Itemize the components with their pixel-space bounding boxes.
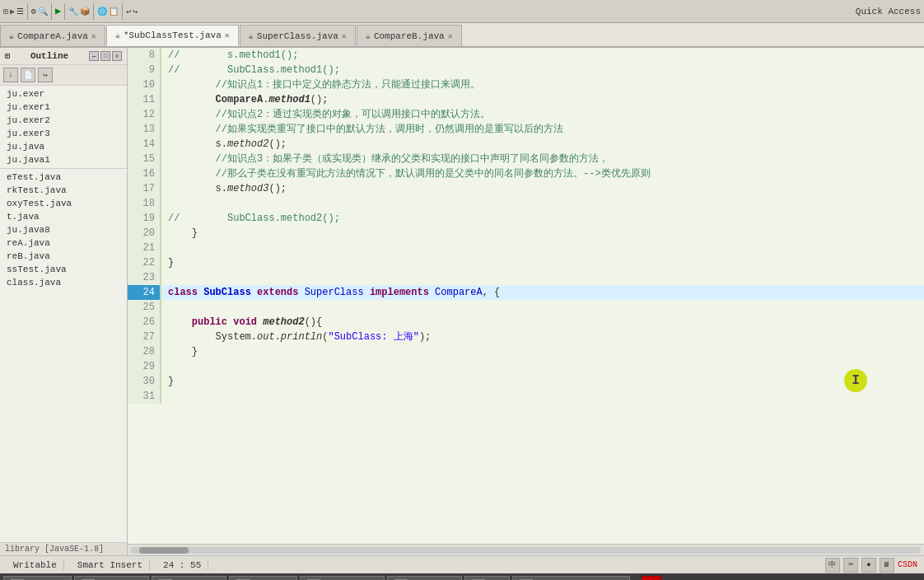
code-content[interactable]: s.method2(); — [161, 137, 924, 152]
sidebar-btn-1[interactable]: ↓ — [3, 68, 18, 82]
line-number: 12 — [128, 107, 161, 122]
table-row: 19 // SubClass.method2(); — [128, 211, 924, 226]
sidebar-item-4[interactable]: ju.java — [0, 140, 127, 153]
tab-compareb-label: CompareB.java — [374, 31, 445, 41]
h-scroll-track[interactable] — [131, 547, 921, 554]
line-number: 25 — [128, 300, 161, 315]
sidebar-item-13[interactable]: ssTest.java — [0, 263, 127, 276]
code-content[interactable]: //知识点2：通过实现类的对象，可以调用接口中的默认方法。 — [161, 107, 924, 122]
code-content[interactable]: System.out.println("SubClass: 上海"); — [161, 330, 924, 344]
code-content[interactable]: } — [161, 255, 924, 270]
taskbar-item-3[interactable]: 🖊 请选合 来 — [229, 576, 297, 580]
table-row: 29 — [128, 359, 924, 374]
code-content[interactable]: } — [161, 374, 924, 389]
tab-subclasstest[interactable]: ☕ *SubClassTest.java ✕ — [106, 25, 239, 46]
table-row: 13 //如果实现类重写了接口中的默认方法，调用时，仍然调用的是重写以后的方法 — [128, 122, 924, 137]
outline-minimize-btn[interactable]: — — [89, 51, 99, 61]
code-content[interactable] — [161, 389, 924, 404]
code-content[interactable] — [161, 241, 924, 255]
tab-superclass-close[interactable]: ✕ — [342, 31, 347, 41]
taskbar-item-0[interactable]: 🖊 请选合 来 — [3, 576, 72, 580]
outline-close-btn[interactable]: ✕ — [112, 51, 122, 61]
code-content-current[interactable]: class SubClass extends SuperClass implem… — [161, 285, 924, 300]
table-row: 14 s.method2(); — [128, 137, 924, 152]
table-row: 26 public void method2(){ — [128, 315, 924, 330]
sidebar-item-12[interactable]: reB.java — [0, 250, 127, 263]
status-position: 24 : 55 — [156, 560, 208, 570]
tab-superclass-icon: ☕ — [249, 31, 254, 41]
taskbar-item-s[interactable]: S — [642, 576, 661, 580]
editor-scroll[interactable]: 8 // s.method1(); 9 // SubClass.method1(… — [128, 48, 924, 544]
sidebar-item-14[interactable]: class.java — [0, 276, 127, 289]
taskbar-item-7[interactable]: 📄 JavaScript 语言参考 — [512, 576, 630, 580]
table-row: 18 — [128, 196, 924, 211]
sidebar-outline-icon: ⊞ — [5, 51, 10, 61]
code-content[interactable]: //那么子类在没有重写此方法的情况下，默认调用的是父类中的同名同参数的方法。--… — [161, 166, 924, 181]
code-content[interactable]: } — [161, 344, 924, 359]
table-row: 20 } — [128, 226, 924, 241]
status-icon-record: ● — [861, 558, 876, 573]
table-row: 16 //那么子类在没有重写此方法的情况下，默认调用的是父类中的同名同参数的方法… — [128, 166, 924, 181]
taskbar-item-6[interactable]: 🌐 api — [464, 576, 510, 580]
line-number: 27 — [128, 330, 161, 344]
code-content[interactable]: // SubClass.method2(); — [161, 211, 924, 226]
table-row: 28 } — [128, 344, 924, 359]
sidebar-divider-1 — [0, 168, 127, 169]
horizontal-scrollbar[interactable] — [128, 544, 924, 555]
taskbar-item-5[interactable]: ● Recording — [387, 576, 462, 580]
code-content[interactable]: //知识点1：接口中定义的静态方法，只能通过接口来调用。 — [161, 77, 924, 92]
table-row: 15 //知识点3：如果子类（或实现类）继承的父类和实现的接口中声明了同名同参数… — [128, 152, 924, 166]
sidebar-header: ⊞ Outline — □ ✕ — [0, 48, 127, 65]
line-number: 29 — [128, 359, 161, 374]
sidebar-title: Outline — [30, 51, 68, 61]
code-content[interactable]: // SubClass.method1(); — [161, 63, 924, 77]
outline-maximize-btn[interactable]: □ — [100, 51, 110, 61]
code-content[interactable]: } — [161, 226, 924, 241]
sidebar-item-7[interactable]: rkTest.java — [0, 184, 127, 197]
tab-compareb[interactable]: ☕ CompareB.java ✕ — [357, 25, 462, 46]
taskbar-item-2[interactable]: 📁 workspace — [152, 576, 226, 580]
sidebar-item-1[interactable]: ju.exer1 — [0, 101, 127, 114]
taskbar-item-1[interactable]: 📁 workspace — [74, 576, 149, 580]
tab-superclass[interactable]: ☕ SuperClass.java ✕ — [240, 25, 356, 46]
toolbar-icon-5: 🔍 — [38, 7, 48, 16]
line-number: 13 — [128, 122, 161, 137]
sidebar-item-9[interactable]: t.java — [0, 210, 127, 223]
sidebar-item-3[interactable]: ju.exer3 — [0, 127, 127, 140]
taskbar-item-4[interactable]: ☕ Java Platfo — [300, 576, 385, 580]
tab-comparea-close[interactable]: ✕ — [91, 31, 96, 41]
sidebar-item-2[interactable]: ju.exer2 — [0, 114, 127, 127]
sidebar-item-11[interactable]: reA.java — [0, 236, 127, 250]
code-content[interactable] — [161, 196, 924, 211]
sidebar-btn-3[interactable]: ↪ — [38, 68, 53, 82]
status-icon-monitor: 🖥 — [880, 558, 894, 573]
code-content[interactable] — [161, 359, 924, 374]
line-number: 19 — [128, 211, 161, 226]
code-content[interactable] — [161, 300, 924, 315]
toolbar-icon-run[interactable]: ▶ — [55, 5, 61, 17]
table-row: 22 } — [128, 255, 924, 270]
taskbar: 🖊 请选合 来 📁 workspace 📁 workspace 🖊 请选合 来 … — [0, 573, 924, 580]
h-scroll-thumb[interactable] — [139, 547, 189, 554]
code-content[interactable]: //知识点3：如果子类（或实现类）继承的父类和实现的接口中声明了同名同参数的方法… — [161, 152, 924, 166]
code-content[interactable] — [161, 270, 924, 285]
code-content[interactable]: //如果实现类重写了接口中的默认方法，调用时，仍然调用的是重写以后的方法 — [161, 122, 924, 137]
code-content[interactable]: public void method2(){ — [161, 315, 924, 330]
code-content[interactable]: // s.method1(); — [161, 48, 924, 63]
sidebar-btn-2[interactable]: 📄 — [21, 68, 35, 82]
tab-compareb-close[interactable]: ✕ — [448, 31, 453, 41]
code-content[interactable]: CompareA.method1(); — [161, 92, 924, 107]
tab-comparea[interactable]: ☕ CompareA.java ✕ — [0, 25, 105, 46]
code-content[interactable]: s.method3(); — [161, 181, 924, 196]
sidebar-item-0[interactable]: ju.exer — [0, 87, 127, 101]
sidebar-item-8[interactable]: oxyTest.java — [0, 197, 127, 210]
sidebar-item-5[interactable]: ju.java1 — [0, 153, 127, 166]
sidebar-item-6[interactable]: eTest.java — [0, 171, 127, 184]
editor-area[interactable]: 8 // s.method1(); 9 // SubClass.method1(… — [128, 48, 924, 555]
sidebar-item-10[interactable]: ju.java8 — [0, 223, 127, 236]
tab-subclasstest-close[interactable]: ✕ — [225, 30, 230, 40]
line-number: 20 — [128, 226, 161, 241]
table-row: 27 System.out.println("SubClass: 上海"); — [128, 330, 924, 344]
table-row: 25 — [128, 300, 924, 315]
toolbar-icon-6: 🔧 — [68, 7, 78, 16]
